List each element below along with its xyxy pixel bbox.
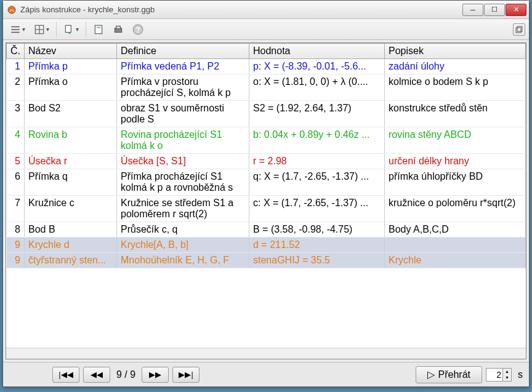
toolbar-separator (56, 22, 57, 37)
svg-text:?: ? (135, 25, 140, 34)
play-button[interactable]: ▷ Přehrát (416, 366, 482, 383)
cell-definition[interactable]: Přímka vedená P1, P2 (117, 59, 249, 74)
cell-caption[interactable]: přímka úhlopříčky BD (385, 169, 526, 196)
table-row[interactable]: 9Krychle dKrychle[A, B, b]d = 211.52 (7, 238, 526, 253)
seconds-input[interactable] (486, 369, 502, 381)
minimize-button[interactable]: ─ (462, 4, 483, 16)
cell-definition[interactable]: Mnohoúhelník E, H, G, F (117, 253, 249, 268)
cell-name[interactable]: Bod B (25, 222, 117, 238)
col-value[interactable]: Hodnota (249, 44, 385, 59)
cell-definition[interactable]: Přímka v prostoru procházející S, kolmá … (117, 74, 249, 101)
table-row[interactable]: 8Bod BPrůsečík c, qB = (3.58, -0.98, -4.… (7, 222, 526, 238)
help-button[interactable]: ? (129, 22, 147, 38)
cell-definition[interactable]: obraz S1 v souměrnosti podle S (117, 101, 249, 127)
window-buttons: ─ ☐ ✕ (462, 4, 526, 16)
table-row[interactable]: 1Přímka pPřímka vedená P1, P2p: X = (-8.… (7, 59, 526, 74)
options-dropdown[interactable] (60, 22, 82, 38)
cell-value[interactable]: d = 211.52 (249, 238, 385, 253)
cell-definition[interactable]: Průsečík c, q (117, 222, 249, 238)
export-button[interactable] (90, 22, 107, 38)
spinner-down[interactable]: ▼ (502, 375, 511, 381)
table-row[interactable]: 3Bod S2obraz S1 v souměrnosti podle SS2 … (7, 101, 526, 127)
cell-value[interactable]: stenaGHIJ = 35.5 (249, 253, 385, 268)
footer-bar: |◀◀ ◀◀ 9 / 9 ▶▶ ▶▶| ▷ Přehrát ▲ ▼ s (3, 362, 529, 386)
prev-step-button[interactable]: ◀◀ (83, 367, 110, 383)
col-caption[interactable]: Popisek (385, 44, 526, 59)
grid-icon (34, 24, 45, 35)
cell-number[interactable]: 2 (7, 74, 25, 101)
table-row[interactable]: 5Úsečka rÚsečka [S, S1]r = 2.98určení dé… (7, 154, 526, 169)
horizontal-scrollbar[interactable] (6, 348, 526, 359)
maximize-button[interactable]: ☐ (484, 4, 505, 16)
menu-dropdown[interactable] (7, 22, 28, 38)
help-icon: ? (132, 24, 143, 35)
table-row[interactable]: 6Přímka qPřímka procházející S1 kolmá k … (7, 169, 526, 196)
app-icon (7, 5, 17, 15)
table-row[interactable]: 7Kružnice cKružnice se středem S1 a polo… (7, 196, 526, 222)
cell-number[interactable]: 3 (7, 101, 25, 127)
spinner-up[interactable]: ▲ (502, 369, 511, 375)
cell-caption[interactable]: zadání úlohy (385, 59, 526, 74)
cell-definition[interactable]: Přímka procházející S1 kolmá k p a rovno… (117, 169, 249, 196)
cell-number[interactable]: 6 (7, 169, 25, 196)
play-label: Přehrát (438, 369, 470, 380)
close-button[interactable]: ✕ (506, 4, 526, 16)
cell-name[interactable]: Přímka p (25, 59, 117, 74)
cell-number[interactable]: 7 (7, 196, 25, 222)
cell-value[interactable]: p: X = (-8.39, -0.01, -5.6... (249, 59, 385, 74)
first-step-button[interactable]: |◀◀ (52, 367, 79, 383)
cell-caption[interactable]: kolmice o bodem S k p (385, 74, 526, 101)
cell-caption[interactable]: rovina stěny ABCD (385, 127, 526, 154)
header-row: Č. Název Definice Hodnota Popisek (7, 44, 526, 59)
cell-definition[interactable]: Úsečka [S, S1] (117, 154, 249, 169)
svg-rect-9 (516, 28, 521, 33)
construction-table[interactable]: Č. Název Definice Hodnota Popisek 1Přímk… (6, 43, 526, 348)
cell-name[interactable]: Kružnice c (25, 196, 117, 222)
cell-caption[interactable]: Krychle (385, 253, 526, 268)
cell-name[interactable]: Úsečka r (25, 154, 117, 169)
print-button[interactable] (110, 22, 127, 38)
cell-value[interactable]: S2 = (1.92, 2.64, 1.37) (249, 101, 385, 127)
cell-number[interactable]: 9 (7, 238, 25, 253)
col-definition[interactable]: Definice (117, 44, 249, 59)
cell-definition[interactable]: Rovina procházející S1 kolmá k o (117, 127, 249, 154)
columns-dropdown[interactable] (31, 22, 52, 38)
svg-rect-2 (65, 25, 71, 32)
table-row[interactable]: 4Rovina bRovina procházející S1 kolmá k … (7, 127, 526, 154)
cell-name[interactable]: Rovina b (25, 127, 117, 154)
cell-number[interactable]: 1 (7, 59, 25, 74)
seconds-spinner[interactable]: ▲ ▼ (486, 368, 512, 382)
cell-definition[interactable]: Krychle[A, B, b] (117, 238, 249, 253)
table-row[interactable]: 2Přímka oPřímka v prostoru procházející … (7, 74, 526, 101)
cell-name[interactable]: Krychle d (25, 238, 117, 253)
col-name[interactable]: Název (25, 44, 117, 59)
cell-value[interactable]: r = 2.98 (249, 154, 385, 169)
cell-number[interactable]: 8 (7, 222, 25, 238)
cell-caption[interactable]: kružnice o poloměru r*sqrt(2) (385, 196, 526, 222)
detach-button[interactable] (513, 23, 525, 36)
cell-name[interactable]: čtyřstranný sten... (25, 253, 117, 268)
toolbar-separator (86, 22, 86, 37)
last-step-button[interactable]: ▶▶| (172, 367, 200, 383)
cell-value[interactable]: q: X = (1.7, -2.65, -1.37) ... (249, 169, 385, 196)
cell-name[interactable]: Přímka q (25, 169, 117, 196)
print-icon (113, 24, 124, 35)
cell-number[interactable]: 9 (7, 253, 25, 268)
cell-caption[interactable] (385, 238, 526, 253)
cell-value[interactable]: o: X = (1.81, 0, 0) + λ (0.... (249, 74, 385, 101)
cell-value[interactable]: B = (3.58, -0.98, -4.75) (249, 222, 385, 238)
toolbar: ? (3, 19, 529, 40)
cell-name[interactable]: Bod S2 (25, 101, 117, 127)
cell-caption[interactable]: konstrukce středů stěn (385, 101, 526, 127)
cell-number[interactable]: 4 (7, 127, 25, 154)
cell-caption[interactable]: Body A,B,C,D (385, 222, 526, 238)
cell-caption[interactable]: určení délky hrany (385, 154, 526, 169)
next-step-button[interactable]: ▶▶ (142, 367, 169, 383)
table-row[interactable]: 9čtyřstranný sten...Mnohoúhelník E, H, G… (7, 253, 526, 268)
cell-value[interactable]: b: 0.04x + 0.89y + 0.46z ... (249, 127, 385, 154)
cell-definition[interactable]: Kružnice se středem S1 a poloměrem r sqr… (117, 196, 249, 222)
cell-number[interactable]: 5 (7, 154, 25, 169)
cell-name[interactable]: Přímka o (25, 74, 117, 101)
cell-value[interactable]: c: X = (1.7, -2.65, -1.37) ... (249, 196, 385, 222)
col-number[interactable]: Č. (7, 44, 25, 59)
